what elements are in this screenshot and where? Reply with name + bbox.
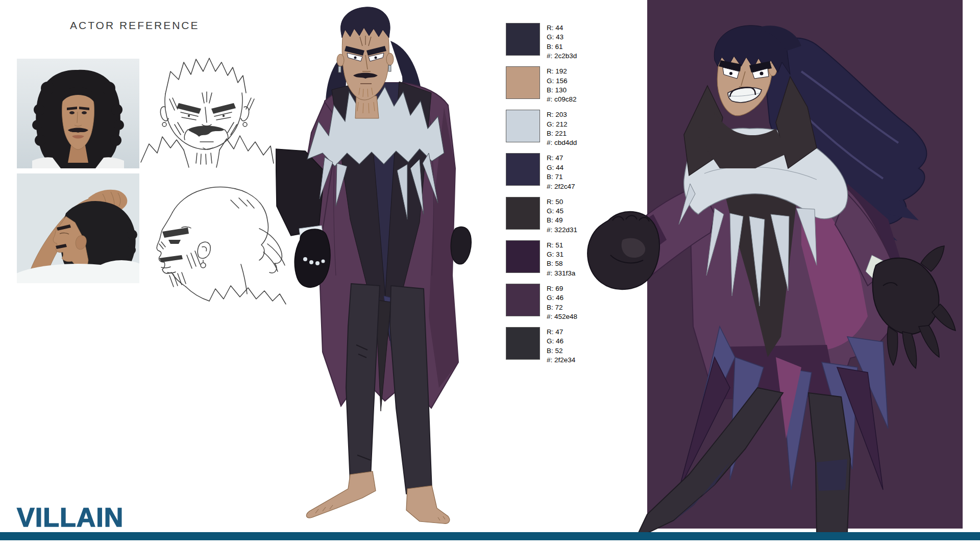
color-swatch	[506, 110, 540, 142]
actor-photo-side	[17, 173, 139, 283]
color-swatch	[506, 66, 540, 99]
color-swatch	[506, 197, 540, 230]
character-design-sheet: ACTOR REFERENCE	[0, 0, 980, 551]
character-action-pose-illustration	[561, 0, 965, 551]
character-full-body-illustration	[276, 0, 510, 531]
actor-reference-heading: ACTOR REFERENCE	[70, 19, 199, 32]
actor-photo-side-image	[17, 173, 139, 283]
actor-photo-front	[17, 59, 139, 168]
character-title: VILLAIN	[17, 502, 124, 533]
color-swatch	[506, 240, 540, 273]
color-swatch	[506, 327, 540, 360]
sketch-side-view	[139, 167, 288, 307]
accent-divider-bar	[0, 532, 980, 540]
color-swatch	[506, 23, 540, 56]
sketch-front-view	[139, 42, 276, 169]
color-swatch	[506, 284, 540, 316]
actor-photo-front-image	[17, 59, 139, 168]
color-swatch	[506, 153, 540, 186]
